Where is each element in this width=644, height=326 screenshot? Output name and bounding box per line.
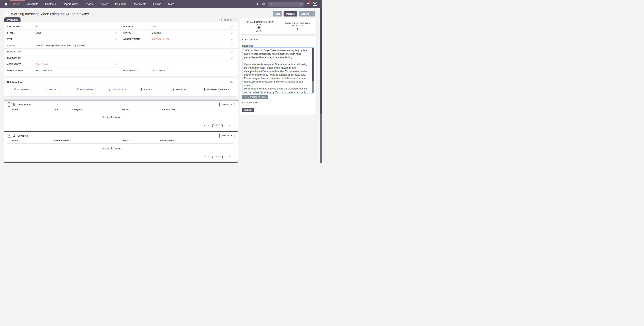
rel-tab-projects[interactable]: PROJECTS0 xyxy=(170,88,197,93)
chevron-down-icon xyxy=(94,4,95,5)
edit-pencil-icon[interactable] xyxy=(231,57,233,59)
field-priority: PRIORITY Low xyxy=(121,24,238,30)
quick-create-icon[interactable]: + xyxy=(256,2,259,6)
documents-actions-button[interactable]: Actions xyxy=(220,102,234,107)
documents-subpanel-header: ✕ Documents Actions xyxy=(7,102,234,107)
record-actions: Edit Insights Actions xyxy=(273,11,316,17)
prev-record-button[interactable]: < xyxy=(218,18,222,22)
sort-icon[interactable] xyxy=(70,140,71,142)
assigned-user-link[interactable]: Chris Olliver xyxy=(36,63,48,66)
nav-item-calendar[interactable]: Calendar xyxy=(113,0,130,8)
nav-item-accounts[interactable]: Accounts xyxy=(25,0,43,8)
next-record-button[interactable]: > xyxy=(234,18,238,22)
page-scrollbar[interactable] xyxy=(320,8,322,163)
nav-item-documents[interactable]: Documents xyxy=(130,0,151,8)
page-title: Warning message when using the wrong bro… xyxy=(11,12,89,16)
sort-icon[interactable] xyxy=(175,140,176,142)
next-page-button[interactable]: › xyxy=(226,124,226,127)
rel-tab-contacts[interactable]: CONTACTS0 xyxy=(106,88,134,93)
pagination-label: (0 - 0 of 0) xyxy=(212,124,223,127)
collapse-chevron-icon[interactable] xyxy=(230,81,232,83)
activities-icon xyxy=(13,88,16,91)
home-icon[interactable] xyxy=(4,3,8,6)
rel-tab-bugs[interactable]: BUGS0 xyxy=(138,88,165,93)
nav-item-cases[interactable]: Cases xyxy=(10,0,25,8)
relationships-panel: Relationships ACTIVITIES0 HISTORY0 DOCUM… xyxy=(4,78,238,96)
sort-icon[interactable] xyxy=(128,140,130,142)
notification-count-badge[interactable]: 1 xyxy=(308,1,311,4)
page-scrollbar-thumb[interactable] xyxy=(320,8,322,114)
edit-button[interactable]: Edit xyxy=(273,11,282,17)
edit-pencil-icon[interactable] xyxy=(115,63,118,66)
nav-item-emails[interactable]: Emails xyxy=(151,0,166,8)
close-icon[interactable]: ✕ xyxy=(7,103,11,107)
edit-pencil-icon[interactable] xyxy=(231,44,233,47)
notifications-bell[interactable]: 1 xyxy=(306,2,310,6)
contacts-pagination: « ‹ (0 - 0 of 0) › » xyxy=(204,155,230,158)
documents-empty-message: No results found. xyxy=(4,116,220,119)
prev-page-button[interactable]: ‹ xyxy=(208,124,209,127)
tab-overview[interactable]: OVERVIEW xyxy=(4,18,20,22)
edit-pencil-icon[interactable] xyxy=(231,25,233,28)
nav-item-more[interactable]: More xyxy=(166,0,180,8)
rel-tab-history[interactable]: HISTORY0 xyxy=(43,88,70,93)
rel-tab-documents[interactable]: DOCUMENTS0 xyxy=(75,88,102,93)
submit-button[interactable]: Submit xyxy=(242,108,254,112)
column-header-email[interactable]: Email xyxy=(122,139,130,142)
sort-icon[interactable] xyxy=(83,109,84,110)
first-page-button[interactable]: « xyxy=(204,124,206,127)
nav-item-quotes[interactable]: Quotes xyxy=(97,0,113,8)
nav-item-contacts[interactable]: Contacts xyxy=(43,0,60,8)
sort-icon[interactable] xyxy=(19,109,20,110)
contacts-actions-button[interactable]: Actions xyxy=(220,133,234,138)
column-header-file[interactable]: File xyxy=(54,108,58,111)
sort-icon[interactable] xyxy=(176,109,177,110)
column-header-publish-date[interactable]: Publish Date xyxy=(162,108,177,111)
edit-pencil-icon[interactable] xyxy=(115,32,118,34)
account-link[interactable]: Coolview Net Ltd xyxy=(152,38,169,40)
field-date-created: DATE CREATED 14/01/2026 10:17 xyxy=(4,68,121,74)
internal-update-checkbox[interactable] xyxy=(260,101,263,104)
next-page-button[interactable]: › xyxy=(226,155,226,158)
nav-item-opportunities[interactable]: Opportunities xyxy=(60,0,83,8)
case-update-textarea[interactable]: Safari, or Microsoft Edge. These browser… xyxy=(242,47,314,94)
column-header-status[interactable]: Status xyxy=(122,108,130,111)
last-page-button[interactable]: » xyxy=(229,124,230,127)
contacts-subpanel-title: Contacts xyxy=(18,134,28,137)
chevron-down-icon xyxy=(127,4,128,5)
sort-icon[interactable] xyxy=(129,109,130,110)
tab-underline xyxy=(106,93,134,93)
prev-page-button[interactable]: ‹ xyxy=(208,155,209,158)
column-header-account-name[interactable]: Account Name xyxy=(54,139,71,142)
close-icon[interactable]: ✕ xyxy=(7,134,11,138)
next-subpanel-edge xyxy=(4,162,238,163)
record-pager: < 35 of 79 > xyxy=(218,18,238,22)
column-header-category[interactable]: Category xyxy=(72,108,84,111)
favorite-star-icon[interactable]: ☆ xyxy=(91,12,94,16)
rel-tab-security-groups[interactable]: SECURITY GROUPS0 xyxy=(202,88,229,93)
edit-pencil-icon[interactable] xyxy=(231,38,233,40)
edit-pencil-icon[interactable] xyxy=(231,51,233,53)
column-header-name[interactable]: Name xyxy=(12,108,20,111)
back-button[interactable]: ‹ xyxy=(4,12,8,16)
rel-tab-activities[interactable]: ACTIVITIES0 xyxy=(12,88,38,93)
user-avatar[interactable] xyxy=(312,2,317,7)
search-input[interactable] xyxy=(268,2,304,7)
column-header-office-phone[interactable]: Office Phone xyxy=(160,139,176,142)
first-page-button[interactable]: « xyxy=(204,155,206,158)
tab-underline xyxy=(75,93,102,93)
chevron-down-icon xyxy=(231,135,232,136)
last-page-button[interactable]: » xyxy=(229,155,230,158)
relationship-tabs: ACTIVITIES0 HISTORY0 DOCUMENTS0 CONTACTS… xyxy=(4,86,238,93)
documents-subpanel: ✕ Documents Actions Name File Category S… xyxy=(4,100,238,130)
nav-item-leads[interactable]: Leads xyxy=(83,0,97,8)
insights-button[interactable]: Insights xyxy=(284,11,297,17)
sort-icon[interactable] xyxy=(19,140,20,142)
generate-ai-reply-button[interactable]: Generate AI Reply xyxy=(242,95,268,99)
recently-viewed-icon[interactable] xyxy=(261,2,265,6)
pagination-label: (0 - 0 of 0) xyxy=(212,155,223,158)
column-header-name[interactable]: Name xyxy=(12,139,20,142)
actions-button[interactable]: Actions xyxy=(298,11,316,17)
edit-pencil-icon[interactable] xyxy=(231,32,233,34)
edit-pencil-icon[interactable] xyxy=(115,38,118,40)
